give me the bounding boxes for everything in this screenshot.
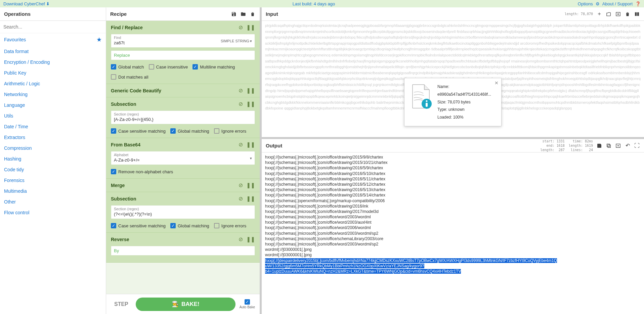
save-output-icon[interactable]	[596, 143, 602, 149]
last-build-link[interactable]: Last build: 4 days ago	[293, 1, 335, 6]
disable-icon[interactable]: ⊘	[239, 101, 243, 107]
category-item[interactable]: Extractors	[0, 132, 106, 143]
dropdown-toggle[interactable]: ▾	[250, 156, 252, 160]
operations-panel: Operations Favourites★Data formatEncrypt…	[0, 7, 106, 314]
op-field[interactable]: By	[111, 246, 255, 256]
disable-icon[interactable]: ⊘	[239, 87, 243, 94]
options-link[interactable]: Options	[578, 1, 593, 6]
category-item[interactable]: Encryption / Encoding	[0, 57, 106, 68]
close-icon[interactable]: ✕	[495, 80, 499, 86]
category-item[interactable]: Compression	[0, 143, 106, 153]
checkbox-option[interactable]: Case insensitive	[149, 64, 188, 70]
checkbox-option[interactable]: Ignore errors	[214, 128, 246, 134]
recipe-operation: Generic Code Beautify⊘❚❚	[106, 84, 260, 97]
checkbox-option[interactable]: Multiline matching	[192, 64, 235, 70]
trash-icon[interactable]	[250, 11, 256, 17]
input-content[interactable]: ptrjpkllcsqafhptnghajgcttqordodmqrksiotm…	[262, 21, 644, 137]
toggle-icon[interactable]	[634, 11, 640, 17]
checkbox[interactable]	[192, 64, 198, 70]
category-item[interactable]: Favourites★	[0, 33, 106, 46]
disable-icon[interactable]: ⊘	[239, 24, 243, 31]
checkbox[interactable]	[111, 128, 116, 134]
disable-icon[interactable]: ⊘	[239, 182, 243, 188]
disable-icon[interactable]: ⊘	[239, 141, 243, 148]
add-icon[interactable]: ＋	[596, 11, 602, 17]
gear-icon[interactable]: ⚙	[596, 1, 600, 6]
checkbox-option[interactable]: Remove non-alphabet chars	[111, 169, 173, 174]
save-icon[interactable]	[231, 11, 237, 17]
checkbox[interactable]	[111, 169, 116, 174]
dropdown-toggle[interactable]: SIMPLE STRING ▾	[221, 39, 252, 43]
checkbox[interactable]	[170, 223, 176, 228]
category-item[interactable]: Public Key	[0, 68, 106, 78]
step-button[interactable]: STEP	[111, 301, 132, 307]
svg-rect-2	[637, 12, 639, 16]
category-item[interactable]: Code tidy	[0, 164, 106, 175]
autobake-label: Auto Bake	[240, 305, 255, 309]
autobake-checkbox[interactable]	[245, 299, 250, 305]
op-field[interactable]: Section (regex)(?<=\)e\()(.*?)(?=\n)	[111, 205, 255, 219]
checkbox-option[interactable]: Ignore errors	[214, 223, 246, 228]
checkbox[interactable]	[170, 128, 176, 134]
category-item[interactable]: Hashing	[0, 153, 106, 164]
category-item[interactable]: Arithmetic / Logic	[0, 78, 106, 89]
about-link[interactable]: About / Support	[602, 1, 633, 6]
checkbox-option[interactable]: Global match	[111, 64, 144, 70]
input-import-icon[interactable]	[615, 11, 621, 17]
checkbox[interactable]	[111, 223, 116, 228]
chef-icon: 👨‍🍳	[172, 301, 179, 308]
file-icon	[409, 83, 433, 110]
checkbox[interactable]	[111, 74, 116, 80]
checkbox-option[interactable]: Global matching	[170, 128, 209, 134]
category-item[interactable]: Date / Time	[0, 121, 106, 132]
output-line: hxxp[://]schemas[.]microsoft[.]com/offic…	[265, 165, 641, 171]
category-item[interactable]: Data format	[0, 46, 106, 57]
checkbox[interactable]	[214, 128, 219, 134]
pause-icon[interactable]: ❚❚	[246, 141, 255, 148]
download-link[interactable]: Download CyberChef ⬇	[3, 1, 50, 6]
fullscreen-icon[interactable]: ⛶	[634, 143, 640, 149]
recipe-operation: Reverse⊘❚❚By	[106, 233, 260, 263]
checkbox-option[interactable]: Global matching	[170, 223, 209, 228]
pause-icon[interactable]: ❚❚	[246, 87, 255, 94]
output-content[interactable]: hxxp[://]schemas[.]microsoft[.]com/offic…	[262, 152, 644, 314]
svg-rect-6	[608, 145, 610, 147]
category-item[interactable]: Forensics	[0, 175, 106, 186]
category-item[interactable]: Multimedia	[0, 186, 106, 196]
checkbox-option[interactable]: Case sensitive matching	[111, 128, 166, 134]
pause-icon[interactable]: ❚❚	[246, 101, 255, 107]
checkbox-option[interactable]: Case sensitive matching	[111, 223, 166, 228]
category-item[interactable]: Other	[0, 196, 106, 207]
pause-icon[interactable]: ❚❚	[246, 236, 255, 242]
output-line: hxxp[://]schemas[.]microsoft[.]com/offic…	[265, 204, 641, 209]
checkbox[interactable]	[214, 223, 219, 228]
op-field[interactable]: Replace	[111, 50, 255, 60]
disable-icon[interactable]: ⊘	[239, 195, 243, 202]
op-title: Find / Replace	[111, 25, 143, 30]
bake-button[interactable]: 👨‍🍳 BAKE!	[136, 298, 235, 311]
help-icon[interactable]: ❓	[635, 1, 641, 6]
clear-icon[interactable]	[625, 11, 631, 17]
op-field[interactable]: AlphabetA-Za-z0-9+/=▾	[111, 151, 255, 165]
checkbox[interactable]	[149, 64, 154, 70]
undo-icon[interactable]: ↶	[625, 143, 631, 149]
op-field[interactable]: Section (regex)[A-Za-z0-9+/=]{450,}	[111, 110, 255, 124]
category-item[interactable]: Utils	[0, 110, 106, 121]
category-item[interactable]: Language	[0, 100, 106, 110]
folder-open-icon[interactable]	[606, 11, 612, 17]
pause-icon[interactable]: ❚❚	[246, 24, 255, 31]
pause-icon[interactable]: ❚❚	[246, 182, 255, 188]
checkbox[interactable]	[111, 64, 116, 70]
folder-icon[interactable]	[240, 11, 246, 17]
op-field[interactable]: Findza67tSIMPLE STRING ▾	[111, 34, 255, 48]
move-output-icon[interactable]	[615, 143, 621, 149]
pause-icon[interactable]: ❚❚	[246, 195, 255, 202]
search-input[interactable]	[3, 23, 102, 31]
copy-icon[interactable]	[606, 143, 612, 149]
category-item[interactable]: Flow control	[0, 207, 106, 218]
recipe-operation: From Base64⊘❚❚AlphabetA-Za-z0-9+/=▾Remov…	[106, 138, 260, 179]
checkbox-option[interactable]: Dot matches all	[111, 74, 148, 80]
category-item[interactable]: Networking	[0, 89, 106, 100]
op-title: Merge	[111, 183, 125, 188]
disable-icon[interactable]: ⊘	[239, 236, 243, 242]
